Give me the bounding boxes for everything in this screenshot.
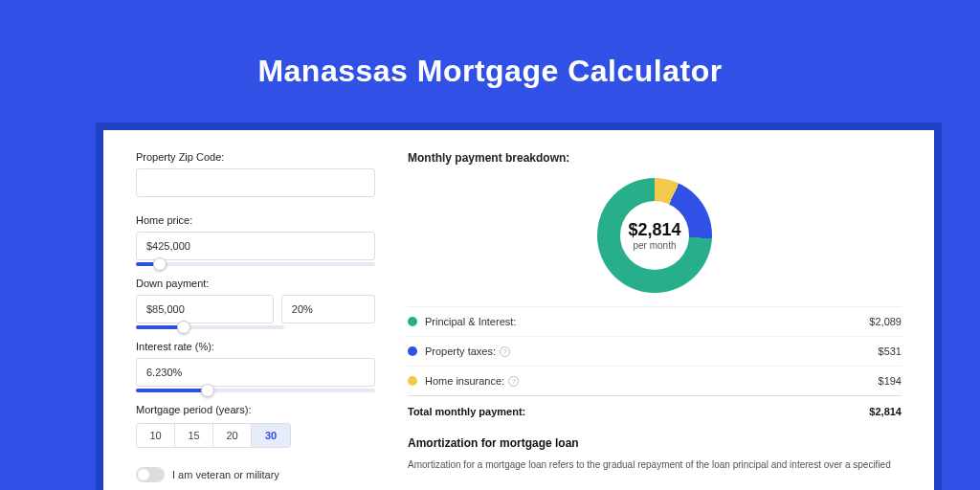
period-tab-30[interactable]: 30 <box>252 424 290 447</box>
calculator-card: Property Zip Code: Home price: Down paym… <box>103 130 934 490</box>
period-tab-10[interactable]: 10 <box>137 424 175 447</box>
down-payment-input[interactable] <box>136 295 274 323</box>
down-payment-pct-input[interactable] <box>281 295 375 323</box>
legend-row-insurance: Home insurance: ? $194 <box>408 367 902 396</box>
app-frame: Property Zip Code: Home price: Down paym… <box>96 122 942 490</box>
donut-sub: per month <box>628 240 680 251</box>
veteran-switch[interactable] <box>136 467 165 482</box>
interest-label: Interest rate (%): <box>136 341 375 352</box>
page-title: Manassas Mortgage Calculator <box>0 54 980 89</box>
zip-input[interactable] <box>136 168 375 197</box>
legend-value: $531 <box>879 345 902 357</box>
donut-chart-wrap: $2,814 per month <box>408 168 902 302</box>
legend-value: $194 <box>879 375 902 387</box>
donut-center-label: $2,814 per month <box>628 220 680 251</box>
veteran-label: I am veteran or military <box>172 469 279 480</box>
dot-icon <box>408 376 417 386</box>
legend-label: Home insurance: <box>425 375 504 387</box>
amort-title: Amortization for mortgage loan <box>408 436 902 450</box>
total-label: Total monthly payment: <box>408 406 525 417</box>
period-tab-20[interactable]: 20 <box>213 424 252 447</box>
donut-amount: $2,814 <box>628 220 680 240</box>
interest-slider[interactable] <box>136 389 375 392</box>
zip-label: Property Zip Code: <box>136 151 375 163</box>
legend: Principal & Interest: $2,089 Property ta… <box>408 306 902 396</box>
period-tab-15[interactable]: 15 <box>175 424 213 447</box>
info-icon[interactable]: ? <box>500 346 510 357</box>
legend-row-principal: Principal & Interest: $2,089 <box>408 307 902 337</box>
period-label: Mortgage period (years): <box>136 404 375 415</box>
total-row: Total monthly payment: $2,814 <box>408 396 902 431</box>
legend-label: Principal & Interest: <box>425 316 516 327</box>
down-payment-label: Down payment: <box>136 278 375 289</box>
veteran-row: I am veteran or military <box>136 467 375 482</box>
slider-thumb[interactable] <box>201 384 214 397</box>
slider-thumb[interactable] <box>153 257 167 271</box>
inputs-column: Property Zip Code: Home price: Down paym… <box>136 151 375 490</box>
home-price-slider[interactable] <box>136 262 375 266</box>
legend-row-taxes: Property taxes: ? $531 <box>408 337 902 367</box>
legend-label: Property taxes: <box>425 345 496 357</box>
slider-thumb[interactable] <box>177 321 190 334</box>
dot-icon <box>408 346 417 356</box>
home-price-label: Home price: <box>136 214 375 226</box>
legend-value: $2,089 <box>869 316 902 327</box>
period-tabs: 10 15 20 30 <box>136 423 291 448</box>
down-payment-slider[interactable] <box>136 325 284 329</box>
info-icon[interactable]: ? <box>508 376 519 387</box>
total-value: $2,814 <box>869 406 902 417</box>
results-column: Monthly payment breakdown: $2,814 per mo… <box>408 151 902 490</box>
home-price-input[interactable] <box>136 232 375 260</box>
amort-text: Amortization for a mortgage loan refers … <box>408 457 902 472</box>
dot-icon <box>408 317 417 326</box>
interest-input[interactable] <box>136 358 375 387</box>
breakdown-title: Monthly payment breakdown: <box>408 151 902 165</box>
